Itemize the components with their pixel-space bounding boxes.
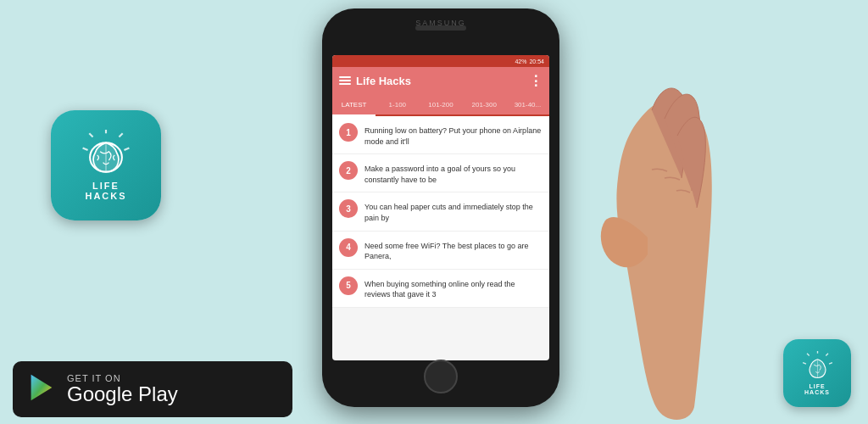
app-icon-small-label: LIFE HACKS: [804, 383, 830, 395]
item-number-4: 4: [339, 238, 358, 257]
time-status: 20:54: [529, 59, 544, 64]
phone-home-button[interactable]: [424, 360, 458, 393]
svg-line-4: [83, 148, 88, 150]
svg-line-2: [124, 148, 129, 150]
toolbar-left: Life Hacks: [339, 75, 411, 87]
brain-icon: [76, 130, 136, 181]
app-icon-label: LIFE HACKS: [85, 181, 126, 201]
play-store-icon: [25, 371, 57, 407]
google-play-badge[interactable]: GET IT ON Google Play: [13, 361, 292, 417]
tab-201-300[interactable]: 201-300: [463, 94, 506, 116]
svg-line-9: [829, 363, 832, 365]
tab-101-200[interactable]: 101-200: [419, 94, 462, 116]
hamburger-icon[interactable]: [339, 76, 351, 85]
svg-line-8: [826, 354, 828, 356]
item-number-2: 2: [339, 161, 358, 180]
svg-line-10: [807, 354, 810, 356]
tab-1-100[interactable]: 1-100: [376, 94, 419, 116]
toolbar-title: Life Hacks: [356, 75, 411, 87]
svg-line-1: [119, 133, 122, 137]
play-text-block: GET IT ON Google Play: [67, 373, 178, 405]
app-icon-small: LIFE HACKS: [783, 339, 851, 407]
status-bar: 42% 20:54: [332, 55, 549, 67]
hand-holding-phone: [512, 68, 749, 424]
svg-line-11: [803, 363, 806, 365]
item-number-5: 5: [339, 276, 358, 295]
google-play-label: Google Play: [67, 383, 178, 405]
brain-icon-small: [798, 351, 837, 383]
app-icon-large: LIFE HACKS: [51, 110, 161, 220]
phone-speaker: [415, 25, 466, 31]
svg-marker-6: [31, 375, 53, 400]
svg-line-3: [89, 133, 92, 137]
battery-status: 42%: [515, 59, 526, 64]
get-it-on-label: GET IT ON: [67, 373, 178, 383]
item-number-1: 1: [339, 123, 358, 142]
tab-latest[interactable]: LATEST: [332, 94, 376, 116]
item-number-3: 3: [339, 199, 358, 218]
